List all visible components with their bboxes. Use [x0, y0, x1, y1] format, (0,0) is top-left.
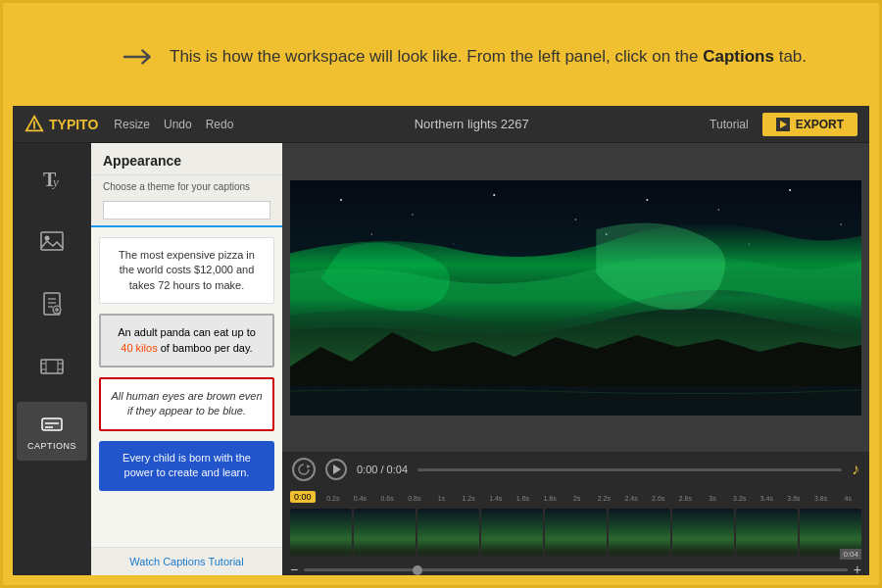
- caption-theme-plain[interactable]: The most expensive pizza in the world co…: [99, 237, 274, 304]
- caption-theme-blue-text: Every child is born with the power to cr…: [122, 452, 251, 478]
- svg-marker-38: [307, 465, 311, 468]
- caption-theme-blue[interactable]: Every child is born with the power to cr…: [99, 441, 274, 491]
- timeline-zoom: − +: [290, 562, 861, 575]
- sidebar-item-image[interactable]: [17, 214, 87, 272]
- sidebar-item-text[interactable]: T y: [17, 151, 87, 210]
- thumb-4: [481, 509, 543, 560]
- svg-point-34: [453, 243, 454, 244]
- svg-point-26: [412, 214, 414, 216]
- tick-14: 2.8s: [672, 495, 700, 502]
- main-content: T y: [13, 143, 869, 575]
- watch-tutorial-link[interactable]: Watch Captions Tutorial: [91, 547, 282, 575]
- text-format-icon: T y: [39, 166, 65, 191]
- playback-track[interactable]: [417, 468, 842, 471]
- top-bar-right: Tutorial EXPORT: [710, 113, 858, 136]
- top-bar: TYPITO Resize Undo Redo Northern lights …: [13, 106, 869, 143]
- timeline-thumbnails[interactable]: 0:04: [290, 509, 861, 560]
- caption-theme-highlight-text-before: An adult panda can eat up to: [118, 326, 256, 338]
- svg-rect-5: [41, 232, 63, 250]
- sidebar-item-file[interactable]: [17, 276, 87, 335]
- zoom-out-button[interactable]: −: [290, 562, 298, 575]
- tick-7: 1.4s: [482, 495, 510, 502]
- svg-point-31: [789, 189, 791, 191]
- tutorial-link[interactable]: Tutorial: [710, 118, 749, 131]
- svg-rect-21: [42, 418, 62, 430]
- timeline-ticks: 0.2s 0.4s 0.6s 0.8s 1s 1.2s 1.4s 1.6s 1.…: [319, 495, 861, 502]
- playback-bar: 0:00 / 0:04 ♪: [282, 452, 869, 487]
- caption-theme-italic-text: All human eyes are brown even if they ap…: [111, 390, 262, 416]
- timeline-ruler: 0:00 0.2s 0.4s 0.6s 0.8s 1s 1.2s 1.4s 1.…: [290, 489, 861, 507]
- outer-wrapper: This is how the workspace will look like…: [0, 0, 882, 588]
- thumb-9: 0:04: [800, 509, 861, 560]
- svg-point-28: [575, 219, 576, 220]
- captions-panel: Appearance Choose a theme for your capti…: [91, 143, 282, 575]
- panel-subtitle: Choose a theme for your captions: [91, 175, 282, 196]
- tick-20: 4s: [834, 495, 861, 502]
- video-preview: [290, 180, 861, 416]
- tick-15: 3s: [699, 495, 726, 502]
- caption-search-input[interactable]: [103, 201, 270, 220]
- timeline-current-marker: 0:00: [290, 491, 316, 503]
- play-button[interactable]: [325, 459, 347, 480]
- svg-point-33: [370, 233, 372, 235]
- app-container: TYPITO Resize Undo Redo Northern lights …: [13, 106, 869, 575]
- thumb-3: [417, 509, 479, 560]
- thumb-5: [545, 509, 607, 560]
- timeline-end-marker: 0:04: [840, 549, 861, 560]
- typito-logo-icon: [24, 115, 44, 134]
- tick-11: 2.2s: [591, 495, 618, 502]
- tick-1: 0.2s: [319, 495, 347, 502]
- file-icon: [39, 291, 65, 317]
- tick-4: 0.8s: [401, 495, 428, 502]
- video-background: [290, 180, 861, 416]
- caption-theme-highlight-text-after: of bamboo per day.: [158, 342, 253, 354]
- panel-search-area: [91, 196, 282, 227]
- thumb-7: [672, 509, 734, 560]
- tick-2: 0.4s: [347, 495, 374, 502]
- caption-themes-list: The most expensive pizza in the world co…: [91, 227, 282, 547]
- tick-5: 1s: [428, 495, 456, 502]
- svg-point-29: [646, 199, 648, 201]
- timeline-area: 0:00 0.2s 0.4s 0.6s 0.8s 1s 1.2s 1.4s 1.…: [282, 487, 869, 575]
- playback-time: 0:00 / 0:04: [357, 464, 408, 475]
- tick-19: 3.8s: [808, 495, 835, 502]
- svg-point-25: [340, 199, 342, 201]
- sidebar-item-captions[interactable]: CAPTIONS: [17, 402, 87, 461]
- svg-point-32: [840, 223, 841, 224]
- export-label: EXPORT: [796, 118, 844, 131]
- svg-point-27: [493, 194, 495, 196]
- svg-marker-2: [780, 121, 787, 128]
- tooltip-text: This is how the workspace will look like…: [170, 45, 807, 69]
- tick-18: 3.6s: [780, 495, 808, 502]
- thumb-6: [609, 509, 670, 560]
- export-play-icon: [776, 118, 790, 131]
- thumb-8: [736, 509, 798, 560]
- film-icon: [39, 354, 65, 379]
- svg-marker-39: [333, 465, 341, 474]
- redo-button[interactable]: Redo: [206, 118, 234, 131]
- tick-3: 0.6s: [373, 495, 401, 502]
- project-title: Northern lights 2267: [249, 117, 694, 131]
- svg-rect-14: [41, 360, 63, 373]
- zoom-handle[interactable]: [413, 565, 422, 575]
- resize-button[interactable]: Resize: [114, 118, 150, 131]
- tooltip-area: This is how the workspace will look like…: [121, 13, 859, 101]
- image-icon: [39, 228, 65, 254]
- tick-16: 3.2s: [726, 495, 754, 502]
- tooltip-arrow-icon: [121, 42, 160, 72]
- caption-theme-highlight[interactable]: An adult panda can eat up to 40 kilos of…: [99, 314, 274, 368]
- play-icon: [330, 464, 342, 475]
- caption-theme-italic[interactable]: All human eyes are brown even if they ap…: [99, 377, 274, 431]
- video-frame: [282, 143, 869, 452]
- sidebar-icons: T y: [13, 143, 91, 575]
- undo-button[interactable]: Undo: [164, 118, 192, 131]
- aurora-svg: [290, 180, 861, 416]
- music-icon: ♪: [852, 461, 859, 478]
- zoom-in-button[interactable]: +: [854, 562, 861, 575]
- panel-title: Appearance: [91, 143, 282, 175]
- sidebar-item-video[interactable]: [17, 339, 87, 398]
- replay-button[interactable]: [292, 458, 316, 481]
- zoom-slider[interactable]: [304, 568, 848, 571]
- export-button[interactable]: EXPORT: [762, 113, 858, 136]
- tick-12: 2.4s: [617, 495, 645, 502]
